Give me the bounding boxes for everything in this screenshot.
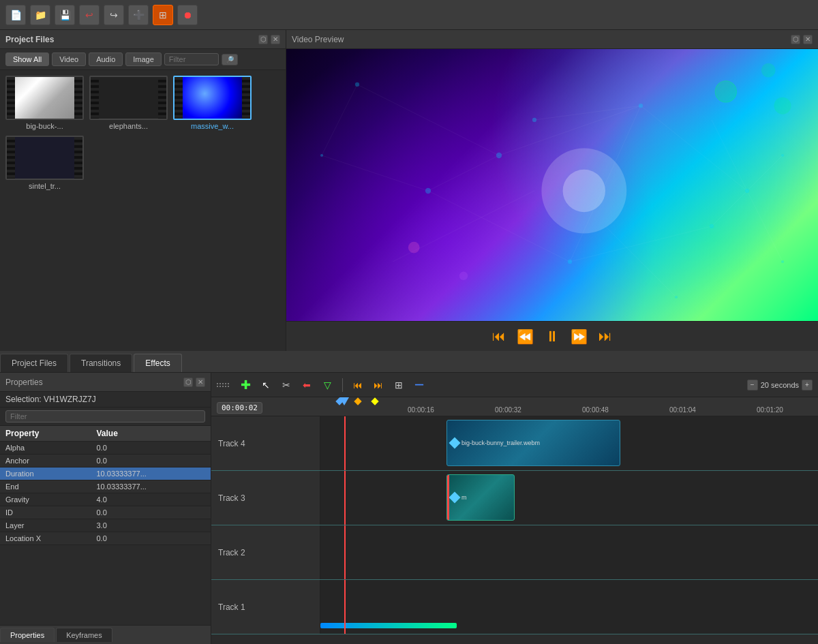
clip-block[interactable]: m (446, 474, 515, 521)
ruler-timecode: 00:01:20 (757, 406, 783, 414)
svg-point-23 (781, 260, 784, 263)
svg-point-29 (715, 81, 736, 102)
prop-value: 3.0 (91, 519, 211, 532)
svg-line-9 (428, 155, 499, 191)
razor-tool-button[interactable]: ✂ (278, 377, 294, 393)
svg-point-26 (675, 296, 678, 298)
table-row[interactable]: End10.03333377... (0, 480, 211, 493)
media-item-elephants[interactable]: elephants... (89, 76, 168, 130)
filter-tool-button[interactable]: ▽ (319, 377, 335, 393)
tab-project-files[interactable]: Project Files (0, 354, 68, 372)
add-button[interactable]: ➕ (128, 5, 149, 25)
record-button[interactable]: ⏺ (177, 5, 198, 25)
track1-progress-bar (320, 623, 457, 628)
zoom-fit-button[interactable]: ━━ (411, 377, 427, 393)
film-strip-right (74, 137, 82, 179)
svg-line-8 (605, 226, 676, 297)
media-thumb-elephants (89, 76, 168, 120)
zoom-out-button[interactable]: − (747, 380, 758, 390)
select-tool-button[interactable]: ↖ (258, 377, 274, 393)
video-preview-header: Video Preview ⬡ ✕ (286, 30, 818, 49)
jump-end-button[interactable]: ⏭ (370, 377, 387, 393)
track-content[interactable] (320, 525, 818, 579)
open-button[interactable]: 📁 (30, 5, 50, 25)
playback-forward-button[interactable]: ⏩ (568, 327, 590, 346)
media-item-bigbuck[interactable]: big-buck-... (5, 76, 84, 130)
save-button[interactable]: 💾 (55, 5, 75, 25)
timeline-tracks-area: 00:00:02 00:00:1600:00:3200:00:4800:01:0… (211, 397, 818, 644)
jump-start-button[interactable]: ⏮ (350, 377, 366, 393)
bottom-content: Properties ⬡ ✕ Selection: VH1WZRJZ7J Pro… (0, 373, 818, 644)
undo-button[interactable]: ↩ (79, 5, 100, 25)
prop-filter-input[interactable] (5, 410, 205, 423)
table-row[interactable]: Location X0.0 (0, 532, 211, 545)
svg-point-24 (532, 118, 536, 122)
table-row[interactable]: Layer3.0 (0, 519, 211, 532)
table-row[interactable]: Anchor0.0 (0, 455, 211, 467)
track-row: Track 3m (211, 471, 818, 525)
playhead-marker[interactable] (339, 397, 349, 405)
svg-point-15 (355, 82, 359, 87)
table-row[interactable]: Gravity4.0 (0, 493, 211, 506)
preview-close-button[interactable]: ✕ (803, 35, 813, 44)
track-row: Track 4big-buck-bunny_trailer.webm (211, 416, 818, 471)
playback-pause-button[interactable]: ⏸ (542, 326, 562, 347)
tracks-container: Track 4big-buck-bunny_trailer.webmTrack … (211, 416, 818, 644)
redo-button[interactable]: ↪ (104, 5, 124, 25)
ruler-color-marker (355, 397, 361, 405)
svg-point-25 (781, 154, 784, 157)
zoom-in-button[interactable]: + (802, 380, 813, 390)
filter-input[interactable] (164, 53, 219, 65)
center-button[interactable]: ⊞ (391, 377, 407, 393)
svg-point-28 (563, 170, 605, 212)
video-preview-title: Video Preview (292, 35, 344, 44)
prop-name: ID (0, 506, 91, 519)
panel-float-button[interactable]: ⬡ (258, 35, 268, 44)
tab-effects[interactable]: Effects (134, 354, 181, 372)
playback-back-button[interactable]: ⏪ (514, 327, 536, 346)
remove-button[interactable]: ⬅ (299, 377, 315, 393)
properties-panel: Properties ⬡ ✕ Selection: VH1WZRJZ7J Pro… (0, 373, 211, 644)
table-row[interactable]: Alpha0.0 (0, 442, 211, 455)
filter-tab-video[interactable]: Video (52, 52, 86, 66)
track-content[interactable] (320, 580, 818, 634)
properties-float-button[interactable]: ⬡ (183, 378, 193, 387)
transform-button[interactable]: ⊞ (153, 5, 173, 25)
add-clip-button[interactable]: ✚ (237, 377, 254, 393)
filter-tab-audio[interactable]: Audio (89, 52, 123, 66)
table-row[interactable]: Duration10.03333377... (0, 467, 211, 480)
thumb-image (175, 77, 250, 119)
timeline-toolbar: ✚ ↖ ✂ ⬅ ▽ ⏮ ⏭ ⊞ ━━ − 20 seconds + (211, 373, 818, 397)
filter-tab-showall[interactable]: Show All (5, 52, 49, 66)
media-item-massive[interactable]: massive_w... (173, 76, 252, 130)
filter-clear-button[interactable]: 🔎 (222, 54, 238, 65)
preview-float-button[interactable]: ⬡ (791, 35, 800, 44)
svg-point-21 (710, 224, 714, 228)
film-strip-left (91, 77, 99, 119)
track-content[interactable]: big-buck-bunny_trailer.webm (320, 416, 818, 470)
playback-end-button[interactable]: ⏭ (596, 327, 615, 346)
project-files-title: Project Files (5, 35, 54, 44)
track-content[interactable]: m (320, 471, 818, 525)
bottom-tab-keyframes[interactable]: Keyframes (56, 628, 112, 642)
bottom-tab-properties[interactable]: Properties (0, 628, 55, 642)
svg-line-12 (712, 191, 747, 226)
properties-close-button[interactable]: ✕ (196, 378, 205, 387)
table-row[interactable]: ID0.0 (0, 506, 211, 519)
prop-name: Layer (0, 519, 91, 532)
zoom-label: − 20 seconds + (747, 380, 813, 390)
svg-line-1 (499, 106, 641, 155)
bottom-area: Project Files Transitions Effects Proper… (0, 351, 818, 644)
new-button[interactable]: 📄 (5, 5, 26, 25)
clip-block[interactable]: big-buck-bunny_trailer.webm (446, 420, 620, 466)
media-item-sintel[interactable]: sintel_tr... (5, 136, 84, 190)
tab-transitions[interactable]: Transitions (70, 354, 132, 372)
filter-tab-image[interactable]: Image (125, 52, 162, 66)
playback-rewind-button[interactable]: ⏮ (489, 327, 509, 346)
panel-close-button[interactable]: ✕ (271, 35, 280, 44)
playback-controls: ⏮ ⏪ ⏸ ⏩ ⏭ (286, 321, 818, 351)
playhead-line (344, 471, 346, 525)
playhead-line (344, 525, 346, 579)
video-preview-panel: Video Preview ⬡ ✕ (286, 30, 818, 351)
svg-line-0 (357, 85, 499, 155)
